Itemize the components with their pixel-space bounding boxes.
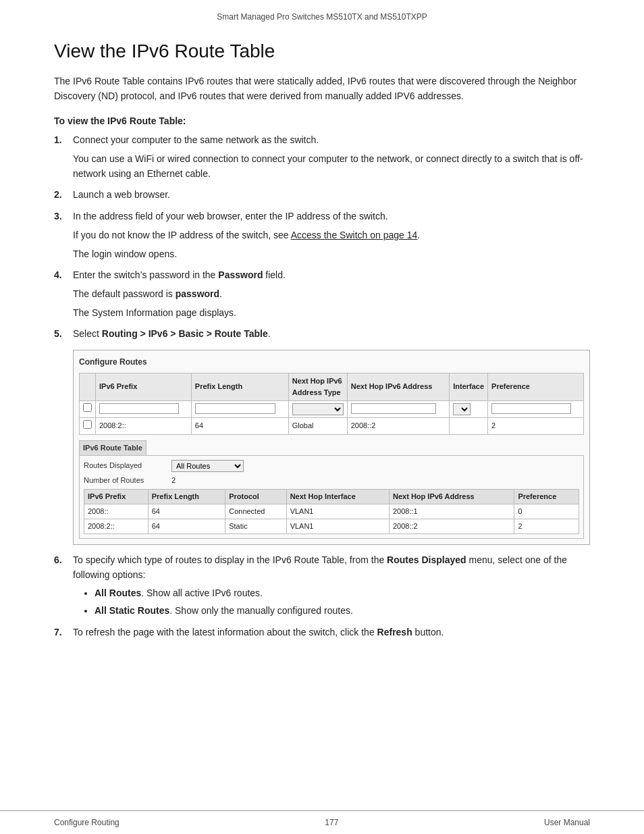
step-7-main-bold: Refresh <box>377 627 412 637</box>
data-row1-interface <box>450 417 488 434</box>
input-preference[interactable] <box>491 403 571 414</box>
bullet-all-static: All Static Routes. Show only the manuall… <box>95 604 590 619</box>
config-input-row: Global Link Local <box>80 400 584 417</box>
input-address-type-cell: Global Link Local <box>288 400 347 417</box>
rt-col-next-hop-addr: Next Hop IPv6 Address <box>390 489 514 504</box>
data-row1-preference: 2 <box>488 417 584 434</box>
input-preference-cell <box>488 400 584 417</box>
input-interface-select[interactable] <box>453 403 471 415</box>
intro-text: The IPv6 Route Table contains IPv6 route… <box>54 74 590 103</box>
routes-displayed-label: Routes Displayed <box>84 460 171 471</box>
routes-displayed-value: All Routes All Static Routes <box>171 460 244 472</box>
step-5-main-suffix: . <box>268 328 271 339</box>
step-1-num: 1. <box>54 133 62 148</box>
number-of-routes-label: Number of Routes <box>84 475 171 486</box>
rt-col-protocol: Protocol <box>225 489 286 504</box>
step-3-link[interactable]: Access the Switch on page 14 <box>291 230 418 240</box>
step-4: 4. Enter the switch’s password in the Pa… <box>54 268 590 320</box>
step-7: 7. To refresh the page with the latest i… <box>54 625 590 640</box>
input-ipv6-prefix[interactable] <box>99 403 179 414</box>
step-6-main-bold: Routes Displayed <box>387 554 466 565</box>
footer-right: User Manual <box>544 818 590 827</box>
input-prefix-length-cell <box>191 400 288 417</box>
col-ipv6-prefix: IPv6 Prefix <box>96 373 192 400</box>
step-3-num: 3. <box>54 209 62 224</box>
route-row-0-ipv6_prefix: 2008:: <box>84 504 149 519</box>
section-heading: To view the IPv6 Route Table: <box>54 115 590 126</box>
route-row-0: 2008::64ConnectedVLAN12008::10 <box>84 504 579 519</box>
header-text: Smart Managed Pro Switches MS510TX and M… <box>217 12 427 22</box>
data-row1-ipv6-prefix: 2008:2:: <box>96 417 192 434</box>
step-4-main-prefix: Enter the switch’s password in the <box>73 269 218 280</box>
step-3-main: In the address field of your web browser… <box>73 211 388 221</box>
page-header: Smart Managed Pro Switches MS510TX and M… <box>0 0 644 27</box>
input-next-hop[interactable] <box>351 403 436 414</box>
configure-routes-table: IPv6 Prefix Prefix Length Next Hop IPv6A… <box>79 373 584 435</box>
data-row1-prefix-length: 64 <box>191 417 288 434</box>
data-row1-checkbox-cell <box>80 417 96 434</box>
step-3-sub1-end: . <box>417 230 420 240</box>
step-3-sub2: The login window opens. <box>73 247 590 262</box>
footer-page-num: 177 <box>119 818 544 827</box>
input-next-hop-cell <box>347 400 449 417</box>
step-4-sub1-bold: password <box>176 288 219 299</box>
input-ipv6-prefix-cell <box>96 400 192 417</box>
config-table-header-row: IPv6 Prefix Prefix Length Next Hop IPv6A… <box>80 373 584 400</box>
step-3: 3. In the address field of your web brow… <box>54 209 590 261</box>
data-row1-address-type: Global <box>288 417 347 434</box>
data-row1-checkbox[interactable] <box>83 420 92 429</box>
route-row-0-protocol: Connected <box>225 504 286 519</box>
step-7-main-suffix: button. <box>412 627 444 637</box>
route-row-1-next_hop_address: 2008::2 <box>390 519 514 533</box>
col-preference: Preference <box>488 373 584 400</box>
col-prefix-length: Prefix Length <box>191 373 288 400</box>
route-row-1-next_hop_interface: VLAN1 <box>286 519 389 533</box>
step-4-sub2: The System Information page displays. <box>73 306 590 321</box>
page-content: View the IPv6 Route Table The IPv6 Route… <box>0 27 644 687</box>
col-next-hop-addr: Next Hop IPv6 Address <box>347 373 449 400</box>
step-3-sub1: If you do not know the IP address of the… <box>73 228 590 243</box>
step-4-num: 4. <box>54 268 62 283</box>
route-row-1-prefix_length: 64 <box>148 519 225 533</box>
number-of-routes-row: Number of Routes 2 <box>84 475 579 486</box>
number-of-routes-value: 2 <box>171 475 176 486</box>
input-address-type-select[interactable]: Global Link Local <box>292 403 344 415</box>
route-row-0-prefix_length: 64 <box>148 504 225 519</box>
step-5-main-prefix: Select <box>73 328 102 339</box>
bullet-all-routes-bold: All Routes <box>95 588 141 598</box>
bullet-all-routes-text: . Show all active IPv6 routes. <box>141 588 263 598</box>
step-7-num: 7. <box>54 625 62 640</box>
route-table-section: IPv6 Route Table Routes Displayed All Ro… <box>79 440 584 539</box>
bullet-all-static-text: . Show only the manually configured rout… <box>169 605 353 616</box>
col-next-hop-type: Next Hop IPv6Address Type <box>288 373 347 400</box>
input-prefix-length[interactable] <box>195 403 276 414</box>
routes-displayed-row: Routes Displayed All Routes All Static R… <box>84 460 579 472</box>
route-row-0-preference: 0 <box>514 504 579 519</box>
route-row-1: 2008:2::64StaticVLAN12008::22 <box>84 519 579 533</box>
route-data-table: IPv6 Prefix Prefix Length Protocol Next … <box>84 489 579 534</box>
input-checkbox-cell <box>80 400 96 417</box>
rt-col-prefix-length: Prefix Length <box>148 489 225 504</box>
bullet-all-routes: All Routes. Show all active IPv6 routes. <box>95 586 590 601</box>
route-row-0-next_hop_interface: VLAN1 <box>286 504 389 519</box>
input-checkbox[interactable] <box>83 403 92 412</box>
routes-displayed-select[interactable]: All Routes All Static Routes <box>171 460 244 472</box>
route-row-1-ipv6_prefix: 2008:2:: <box>84 519 149 533</box>
configure-routes-title: Configure Routes <box>79 356 584 369</box>
route-table-label: IPv6 Route Table <box>79 440 146 455</box>
col-interface: Interface <box>450 373 488 400</box>
route-row-0-next_hop_address: 2008::1 <box>390 504 514 519</box>
step-6-num: 6. <box>54 553 62 568</box>
step-6-bullets: All Routes. Show all active IPv6 routes.… <box>73 586 590 618</box>
step-2-main: Launch a web browser. <box>73 189 170 200</box>
step-1: 1. Connect your computer to the same net… <box>54 133 590 181</box>
page-title: View the IPv6 Route Table <box>54 41 590 62</box>
step-6: 6. To specify which type of routes to di… <box>54 553 590 619</box>
step-1-sub: You can use a WiFi or wired connection t… <box>73 152 590 181</box>
step-4-sub1-text: The default password is <box>73 288 176 299</box>
step-3-sub1-text: If you do not know the IP address of the… <box>73 230 291 240</box>
step-2-num: 2. <box>54 188 62 203</box>
number-of-routes-num: 2 <box>171 476 176 484</box>
bullet-all-static-bold: All Static Routes <box>95 605 169 616</box>
step-5-num: 5. <box>54 327 62 342</box>
